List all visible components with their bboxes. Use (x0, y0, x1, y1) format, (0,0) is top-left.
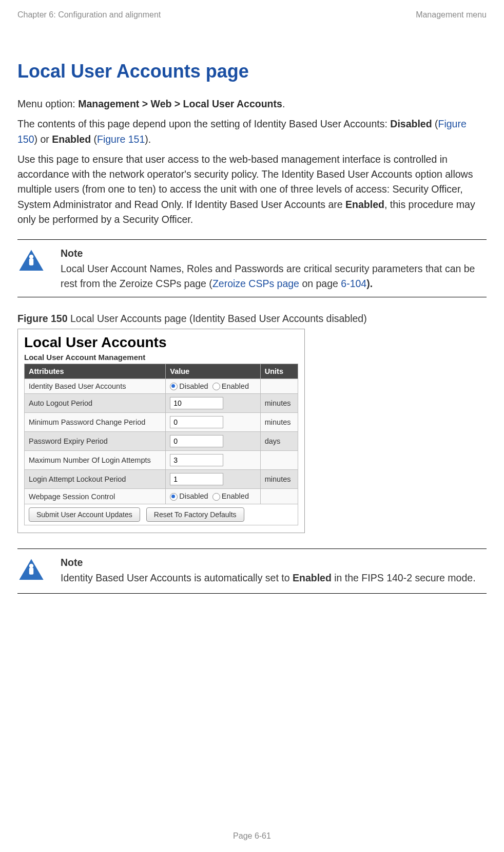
radio-identity-disabled[interactable] (170, 383, 178, 390)
intro-para-1: The contents of this page depend upon th… (17, 117, 487, 147)
radio-session-enabled[interactable] (212, 493, 220, 501)
settings-table: Attributes Value Units Identity Based Us… (24, 364, 298, 525)
max-login-attempts-input[interactable] (170, 454, 223, 466)
page-header: Chapter 6: Configuration and alignment M… (17, 10, 487, 20)
link-fig-151[interactable]: Figure 151 (97, 134, 145, 145)
note-icon (17, 557, 48, 587)
col-units: Units (260, 364, 298, 378)
menu-option-line: Menu option: Management > Web > Local Us… (17, 97, 487, 111)
table-row: Minimum Password Change Period minutes (25, 413, 298, 432)
note-block-1: Note Local User Account Names, Roles and… (17, 239, 487, 297)
table-row: Login Attempt Lockout Period minutes (25, 470, 298, 489)
embedded-screenshot: Local User Accounts Local User Account M… (17, 329, 305, 533)
svg-point-5 (29, 564, 33, 568)
svg-rect-1 (29, 258, 33, 266)
col-value: Value (166, 364, 260, 378)
svg-rect-4 (29, 567, 33, 575)
min-pwd-change-input[interactable] (170, 416, 223, 428)
figure-caption: Figure 150 Local User Accounts page (Ide… (17, 313, 487, 325)
note-heading: Note (61, 555, 487, 570)
note-block-2: Note Identity Based User Accounts is aut… (17, 548, 487, 594)
svg-point-2 (29, 255, 33, 259)
page-footer: Page 6-61 (0, 831, 504, 841)
radio-identity-enabled[interactable] (212, 383, 220, 390)
pwd-expiry-input[interactable] (170, 435, 223, 447)
menu-path: Management > Web > Local User Accounts (78, 98, 282, 109)
auto-logout-input[interactable] (170, 397, 223, 409)
panel-title: Local User Accounts (24, 334, 298, 351)
radio-session-disabled[interactable] (170, 493, 178, 501)
note-heading: Note (61, 246, 487, 260)
link-zeroize-csps[interactable]: Zeroize CSPs page (212, 278, 299, 289)
table-row: Webpage Session Control Disabled Enabled (25, 489, 298, 504)
link-pageref-6-104[interactable]: 6-104 (341, 278, 366, 289)
table-row: Auto Logout Period minutes (25, 394, 298, 413)
table-row: Maximum Number Of Login Attempts (25, 451, 298, 470)
intro-para-2: Use this page to ensure that user access… (17, 152, 487, 227)
page-title: Local User Accounts page (17, 61, 487, 82)
col-attributes: Attributes (25, 364, 166, 378)
submit-updates-button[interactable]: Submit User Account Updates (29, 507, 140, 522)
reset-defaults-button[interactable]: Reset To Factory Defaults (146, 507, 244, 522)
note-icon (17, 248, 48, 278)
login-lockout-input[interactable] (170, 473, 223, 485)
header-right: Management menu (416, 10, 487, 20)
panel-subtitle: Local User Account Management (24, 353, 298, 362)
table-row: Password Expiry Period days (25, 432, 298, 451)
header-left: Chapter 6: Configuration and alignment (17, 10, 161, 20)
table-row: Identity Based User Accounts Disabled En… (25, 378, 298, 394)
